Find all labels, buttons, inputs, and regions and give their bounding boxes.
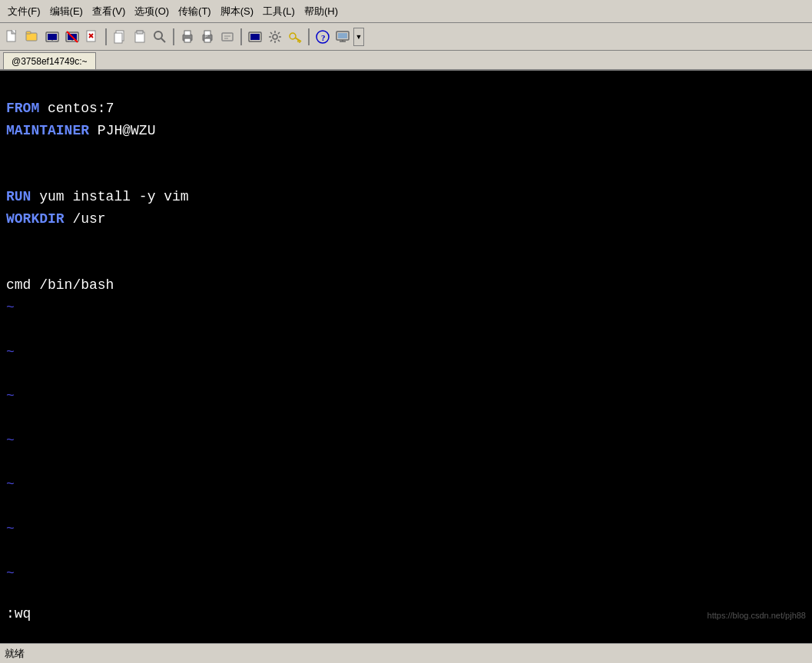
paste-icon: [133, 30, 147, 44]
terminal: FROM centos:7 MAINTAINER PJH@WZU RUN yum…: [0, 71, 812, 643]
terminal-content: FROM centos:7 MAINTAINER PJH@WZU RUN yum…: [6, 75, 806, 643]
toolbar-sep2: [173, 28, 174, 45]
line-run-value: yum install -y vim: [31, 189, 188, 204]
toolbar-sep3: [240, 28, 242, 45]
svg-rect-4: [26, 31, 31, 34]
menu-options[interactable]: 选项(O): [130, 3, 174, 20]
svg-rect-31: [222, 33, 233, 41]
help-icon: ?: [316, 30, 330, 44]
menu-file[interactable]: 文件(F): [3, 3, 45, 20]
line-maintainer: MAINTAINER: [6, 123, 89, 138]
connect-icon: [45, 30, 59, 44]
toolbar-find-btn[interactable]: [151, 28, 169, 46]
close-session-icon: [85, 30, 99, 44]
toolbar-settings-btn[interactable]: [266, 28, 284, 46]
svg-rect-25: [184, 31, 191, 35]
disconnect-icon: [65, 30, 79, 44]
session-tab[interactable]: @3758ef14749c:~: [3, 52, 96, 69]
menu-tools[interactable]: 工具(L): [258, 3, 300, 20]
line-run: RUN: [6, 189, 31, 204]
menu-transfer[interactable]: 传输(T): [174, 3, 216, 20]
svg-rect-29: [204, 38, 210, 42]
line-from-value: centos:7: [39, 101, 114, 116]
toolbar-paste-btn[interactable]: [131, 28, 149, 46]
svg-point-22: [154, 31, 162, 39]
watermark-text: https://blog.csdn.net/pjh88: [708, 611, 806, 620]
line-empty1: [6, 167, 15, 182]
vim-command-text: :wq: [6, 606, 31, 622]
menu-edit[interactable]: 编辑(E): [45, 3, 88, 20]
menu-bar: 文件(F) 编辑(E) 查看(V) 选项(O) 传输(T) 脚本(S) 工具(L…: [0, 0, 812, 23]
line-workdir: WORKDIR: [6, 211, 65, 227]
menu-view[interactable]: 查看(V): [88, 3, 130, 20]
line-from: FROM: [6, 101, 39, 116]
open-icon: [25, 30, 39, 44]
status-bar: 就绪: [0, 643, 812, 663]
vim-command-line: :wq: [0, 605, 812, 623]
line-maintainer-value: PJH@WZU: [89, 123, 155, 138]
svg-text:?: ?: [321, 33, 326, 42]
svg-rect-21: [137, 31, 143, 34]
line-cmd: cmd /bin/bash: [6, 277, 114, 293]
tab-bar: @3758ef14749c:~: [0, 51, 812, 71]
toolbar-copy-btn[interactable]: [111, 28, 129, 46]
tab-label: @3758ef14749c:~: [12, 56, 88, 67]
toolbar-sep1: [105, 28, 107, 45]
toolbar-monitor-btn[interactable]: [333, 28, 352, 46]
print3-icon: [220, 30, 234, 44]
svg-rect-18: [114, 33, 122, 43]
menu-script[interactable]: 脚本(S): [216, 3, 258, 20]
toolbar-sep4: [308, 28, 310, 45]
toolbar-connect-btn[interactable]: [43, 28, 61, 46]
toolbar-print3-btn[interactable]: [218, 28, 237, 46]
tilde-2: ~: [6, 344, 15, 360]
tilde-5: ~: [6, 476, 15, 492]
tilde-7: ~: [6, 565, 15, 581]
svg-rect-26: [184, 38, 191, 42]
key-icon: [288, 30, 302, 44]
toolbar: P ___ ?: [0, 23, 812, 51]
tilde-4: ~: [6, 433, 15, 448]
watermark: https://blog.csdn.net/pjh88: [708, 611, 806, 620]
tilde-6: ~: [6, 521, 15, 536]
menu-items: 文件(F) 编辑(E) 查看(V) 选项(O) 传输(T) 脚本(S) 工具(L…: [0, 0, 346, 22]
session-icon: ___: [248, 30, 262, 44]
toolbar-new-btn[interactable]: [3, 28, 22, 46]
toolbar-disconnect-btn[interactable]: [63, 28, 81, 46]
svg-rect-6: [48, 34, 57, 40]
toolbar-print-btn[interactable]: [178, 28, 197, 46]
status-text: 就绪: [5, 647, 25, 661]
svg-rect-45: [338, 33, 347, 38]
print2-icon: P: [201, 30, 214, 44]
monitor-icon: [336, 30, 350, 44]
tilde-1: ~: [6, 300, 15, 315]
toolbar-help-btn[interactable]: ?: [313, 28, 332, 46]
settings-icon: [268, 30, 282, 44]
line-empty2: [6, 255, 15, 270]
print-icon: [181, 30, 194, 44]
find-icon: [153, 30, 167, 44]
toolbar-session-btn[interactable]: ___: [246, 28, 264, 46]
line-workdir-value: /usr: [65, 211, 106, 227]
toolbar-key-btn[interactable]: [286, 28, 304, 46]
menu-help[interactable]: 帮助(H): [300, 3, 343, 20]
copy-icon: [113, 30, 127, 44]
toolbar-print2-btn[interactable]: P: [198, 28, 217, 46]
svg-text:___: ___: [252, 35, 262, 41]
toolbar-open-btn[interactable]: [23, 28, 41, 46]
svg-point-37: [273, 35, 277, 39]
toolbar-close-btn[interactable]: [83, 28, 101, 46]
new-icon: [5, 30, 19, 44]
svg-line-23: [161, 38, 165, 42]
tilde-3: ~: [6, 388, 15, 403]
toolbar-dropdown-btn[interactable]: ▼: [353, 28, 364, 46]
